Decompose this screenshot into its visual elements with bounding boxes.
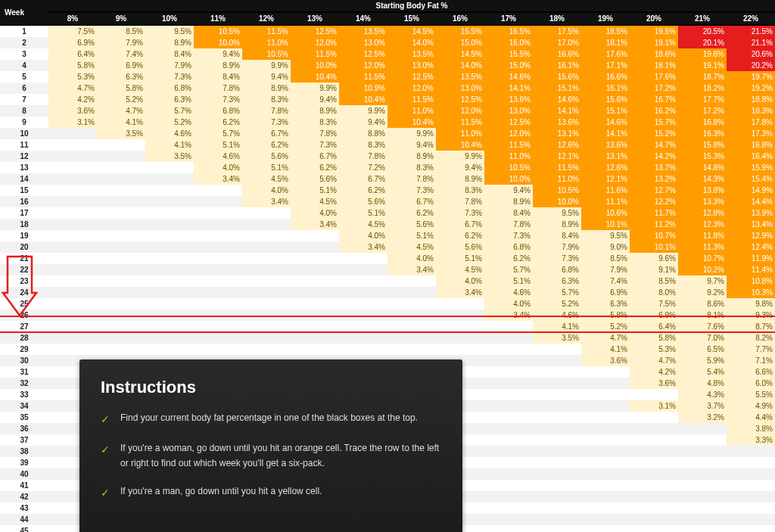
data-cell [339, 275, 388, 287]
data-cell: 6.7% [242, 128, 291, 139]
data-cell: 5.3% [630, 344, 678, 355]
table-row: 263.4%4.6%5.8%6.9%8.1%9.3% [0, 310, 775, 321]
data-cell: 20.1% [678, 37, 727, 48]
data-cell [581, 457, 630, 468]
data-cell [97, 298, 145, 310]
data-cell: 4.5% [339, 219, 388, 230]
week-cell: 32 [0, 378, 48, 389]
week-cell: 45 [0, 525, 48, 532]
data-cell: 7.8% [291, 128, 339, 139]
data-cell: 11.5% [242, 25, 291, 37]
data-cell [97, 219, 145, 230]
data-cell [436, 298, 484, 310]
col-header: 19% [581, 12, 630, 25]
data-cell: 9.9% [436, 151, 484, 162]
data-cell: 6.2% [242, 139, 291, 151]
data-cell: 11.0% [436, 128, 484, 139]
table-row: 83.6%4.7%5.7%6.8%7.8%8.9%9.9%11.0%12.0%1… [0, 105, 775, 117]
data-cell: 11.9% [727, 253, 775, 264]
data-cell: 18.2% [678, 82, 727, 94]
data-cell: 12.5% [339, 48, 388, 60]
data-cell: 18.1% [581, 37, 630, 48]
data-cell: 8.3% [242, 94, 291, 105]
data-cell: 3.4% [194, 173, 242, 185]
data-cell: 19.7% [727, 71, 775, 82]
data-cell [727, 480, 775, 491]
data-cell: 3.4% [484, 310, 533, 321]
data-cell [48, 275, 97, 287]
data-cell: 13.5% [388, 48, 436, 60]
data-cell: 9.9% [291, 82, 339, 94]
data-cell: 14.5% [436, 48, 484, 60]
data-cell: 5.6% [242, 151, 291, 162]
data-cell: 15.5% [436, 25, 484, 37]
data-cell [145, 185, 194, 196]
data-cell [242, 219, 291, 230]
data-cell: 10.1% [630, 241, 678, 253]
week-cell: 6 [0, 82, 48, 94]
table-row: 114.1%5.1%6.2%7.3%8.3%9.4%10.4%11.5%12.6… [0, 139, 775, 151]
week-cell: 18 [0, 219, 48, 230]
data-cell: 6.2% [388, 207, 436, 219]
data-cell [97, 253, 145, 264]
data-cell: 12.9% [727, 230, 775, 241]
col-header: 21% [678, 12, 727, 25]
data-cell [242, 253, 291, 264]
data-cell [484, 344, 533, 355]
data-cell: 3.4% [242, 196, 291, 207]
data-cell [388, 275, 436, 287]
data-cell: 10.7% [630, 230, 678, 241]
data-cell: 11.5% [291, 48, 339, 60]
data-cell: 5.6% [291, 173, 339, 185]
week-cell: 11 [0, 139, 48, 151]
data-cell: 15.2% [630, 128, 678, 139]
data-cell [678, 480, 727, 491]
data-cell: 9.4% [194, 48, 242, 60]
data-cell: 4.5% [436, 264, 484, 275]
data-cell: 11.5% [436, 117, 484, 128]
data-cell: 4.2% [630, 366, 678, 378]
data-cell: 18.5% [581, 25, 630, 37]
data-cell [533, 468, 581, 480]
data-cell [242, 310, 291, 321]
data-cell: 10.0% [194, 37, 242, 48]
data-cell [48, 151, 97, 162]
data-cell [339, 298, 388, 310]
data-cell [533, 389, 581, 400]
data-cell: 4.1% [145, 139, 194, 151]
data-cell: 5.2% [145, 117, 194, 128]
data-cell: 5.7% [484, 264, 533, 275]
data-cell: 15.1% [581, 105, 630, 117]
data-cell: 4.2% [48, 94, 97, 105]
data-cell: 4.1% [533, 321, 581, 332]
data-cell: 17.6% [630, 71, 678, 82]
week-cell: 26 [0, 310, 48, 321]
data-cell: 8.1% [678, 310, 727, 321]
data-cell [436, 344, 484, 355]
data-cell: 11.1% [581, 196, 630, 207]
week-cell: 25 [0, 298, 48, 310]
data-cell [339, 332, 388, 344]
data-cell: 7.3% [484, 230, 533, 241]
data-cell: 10.5% [194, 25, 242, 37]
data-cell: 7.5% [48, 25, 97, 37]
data-cell [581, 491, 630, 502]
data-cell [48, 185, 97, 196]
data-cell: 3.3% [727, 434, 775, 446]
data-cell: 12.8% [678, 207, 727, 219]
data-cell [194, 253, 242, 264]
data-cell [194, 207, 242, 219]
week-cell: 36 [0, 423, 48, 434]
data-cell: 4.4% [727, 412, 775, 423]
data-cell [242, 264, 291, 275]
table-row: 174.0%5.1%6.2%7.3%8.4%9.5%10.6%11.7%12.8… [0, 207, 775, 219]
data-cell: 18.8% [727, 94, 775, 105]
data-cell: 9.4% [484, 185, 533, 196]
data-cell [97, 287, 145, 298]
data-cell: 8.8% [339, 128, 388, 139]
data-cell [145, 287, 194, 298]
data-cell [97, 139, 145, 151]
data-cell: 9.5% [145, 25, 194, 37]
data-cell: 8.4% [533, 230, 581, 241]
data-cell [48, 287, 97, 298]
